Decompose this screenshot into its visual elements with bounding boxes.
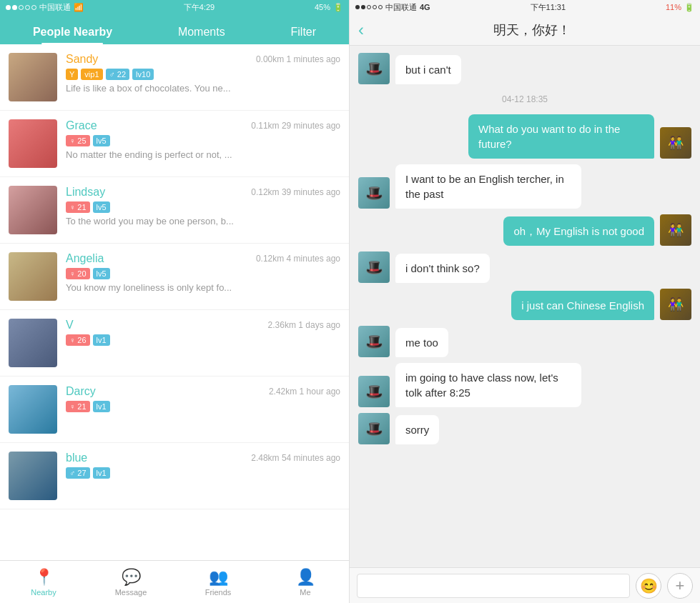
list-item[interactable]: Sandy 0.00km 1 minutes ago Y vip1 ♂ 22 l… xyxy=(0,44,349,111)
chat-header: ‹ 明天，你好！ xyxy=(350,14,700,46)
right-time: 下午11:31 xyxy=(531,2,566,13)
chat-input[interactable] xyxy=(357,574,630,598)
list-item[interactable]: Darcy 2.42km 1 hour ago ♀ 21 lv1 xyxy=(0,377,349,443)
message-label: Message xyxy=(115,588,147,597)
me-icon: 👤 xyxy=(296,568,315,587)
list-item[interactable]: Lindsay 0.12km 39 minutes ago ♀ 21 lv5 T… xyxy=(0,177,349,244)
tag: lv1 xyxy=(93,401,110,412)
list-item[interactable]: V 2.36km 1 days ago ♀ 26 lv1 xyxy=(0,310,349,377)
filter-button[interactable]: Filter xyxy=(280,20,328,44)
avatar: 🎩 xyxy=(358,326,390,357)
right-status-bar: 中国联通 4G 下午11:31 11% 🔋 xyxy=(350,0,700,14)
person-name-row: Lindsay 0.12km 39 minutes ago xyxy=(66,186,340,199)
tag: lv1 xyxy=(93,334,110,346)
hat-icon: 🎩 xyxy=(365,420,383,437)
avatar xyxy=(9,186,57,234)
dot1 xyxy=(6,5,11,10)
right-battery: 11% xyxy=(666,3,681,11)
list-item[interactable]: Grace 0.11km 29 minutes ago ♀ 25 lv5 No … xyxy=(0,111,349,177)
me-label: Me xyxy=(300,588,310,597)
dot4 xyxy=(25,5,30,10)
avatar: 🎩 xyxy=(358,177,390,209)
chat-title: 明天，你好！ xyxy=(373,21,691,39)
person-info: Grace 0.11km 29 minutes ago ♀ 25 lv5 No … xyxy=(66,119,340,160)
nearby-label: Nearby xyxy=(31,588,56,597)
avatar: 🎩 xyxy=(358,251,390,283)
avatar xyxy=(9,252,57,301)
left-status-right: 45% 🔋 xyxy=(315,3,343,12)
emoji-button[interactable]: 😊 xyxy=(636,573,661,599)
add-button[interactable]: + xyxy=(667,573,693,599)
person-name: Grace xyxy=(66,119,97,132)
tag: ♀ 21 xyxy=(66,401,90,412)
person-tags: ♂ 27 lv1 xyxy=(66,467,340,479)
message-row: 🎩 sorry xyxy=(358,413,691,444)
right-dots xyxy=(355,5,383,9)
person-tags: ♀ 21 lv5 xyxy=(66,201,340,213)
message-bubble: but i can't xyxy=(395,55,461,84)
avatar xyxy=(9,119,57,168)
person-distance: 0.00km 1 minutes ago xyxy=(256,54,340,64)
tab-moments[interactable]: Moments xyxy=(167,20,237,44)
nearby-icon: 📍 xyxy=(34,568,54,587)
rdot3 xyxy=(367,5,371,9)
person-tags: Y vip1 ♂ 22 lv10 xyxy=(66,69,340,80)
add-icon: + xyxy=(676,577,685,595)
message-icon: 💬 xyxy=(122,568,141,587)
person-distance: 0.11km 29 minutes ago xyxy=(251,121,340,131)
tag: Y xyxy=(66,69,78,80)
tag: lv1 xyxy=(93,467,110,479)
avatar: 🎩 xyxy=(358,413,390,444)
message-bubble: im going to have class now, let's tolk a… xyxy=(395,363,581,407)
hat-icon: 🎩 xyxy=(365,259,383,276)
wifi-icon: 📶 xyxy=(74,3,84,12)
list-item[interactable]: Angelia 0.12km 4 minutes ago ♀ 20 lv5 Yo… xyxy=(0,244,349,310)
person-distance: 0.12km 4 minutes ago xyxy=(256,254,340,264)
message-bubble: i don't think so? xyxy=(395,254,490,283)
tag: ♀ 26 xyxy=(66,334,90,346)
person-distance: 2.48km 54 minutes ago xyxy=(251,453,340,463)
chat-input-bar: 😊 + xyxy=(350,567,700,603)
person-name-row: Sandy 0.00km 1 minutes ago xyxy=(66,53,340,66)
right-network: 4G xyxy=(420,3,430,11)
signal-dots xyxy=(6,5,36,10)
dot3 xyxy=(19,5,24,10)
tab-people-nearby[interactable]: People Nearby xyxy=(21,20,124,44)
list-item[interactable]: blue 2.48km 54 minutes ago ♂ 27 lv1 xyxy=(0,443,349,509)
person-name: Darcy xyxy=(66,385,96,398)
bottom-nav-me[interactable]: 👤 Me xyxy=(262,564,349,601)
bottom-nav-nearby[interactable]: 📍 Nearby xyxy=(0,564,87,601)
right-status-left: 中国联通 4G xyxy=(355,2,430,13)
person-name: Angelia xyxy=(66,252,104,265)
tag: lv10 xyxy=(132,69,154,80)
tag: ♂ 27 xyxy=(66,467,90,479)
hat-icon: 🎩 xyxy=(365,383,383,400)
bottom-nav-message[interactable]: 💬 Message xyxy=(87,564,174,601)
left-status-bar: 中国联通 📶 下午4:29 45% 🔋 xyxy=(0,0,349,14)
person-name: Lindsay xyxy=(66,186,105,199)
person-bio: Life is like a box of chocolates. You ne… xyxy=(66,83,309,94)
message-bubble: me too xyxy=(395,328,448,357)
left-time: 下午4:29 xyxy=(184,2,215,13)
bottom-nav-friends[interactable]: 👥 Friends xyxy=(174,564,262,601)
friends-label: Friends xyxy=(205,588,232,597)
message-row: 🎩 me too xyxy=(358,326,691,357)
message-row: 🎩 I want to be an English tercher, in th… xyxy=(358,164,691,209)
left-battery: 45% xyxy=(315,3,330,11)
battery-icon: 🔋 xyxy=(333,3,343,12)
tag: ♀ 20 xyxy=(66,268,90,279)
emoji-icon: 😊 xyxy=(640,577,658,594)
message-bubble: oh，My English is not good xyxy=(503,216,654,246)
person-tags: ♀ 26 lv1 xyxy=(66,334,340,346)
person-name-row: Darcy 2.42km 1 hour ago xyxy=(66,385,340,398)
person-bio: You know my loneliness is only kept fo..… xyxy=(66,282,309,293)
back-button[interactable]: ‹ xyxy=(358,20,364,40)
hat-icon: 🎩 xyxy=(365,60,383,77)
person-bio: To the world you may be one person, b... xyxy=(66,216,309,226)
dot2 xyxy=(12,5,17,10)
rdot4 xyxy=(373,5,377,9)
message-row: 👫 i just can Chinese English xyxy=(358,289,691,320)
left-header: People Nearby Moments Filter xyxy=(0,14,349,44)
rdot1 xyxy=(355,5,360,9)
dot5 xyxy=(31,5,36,10)
